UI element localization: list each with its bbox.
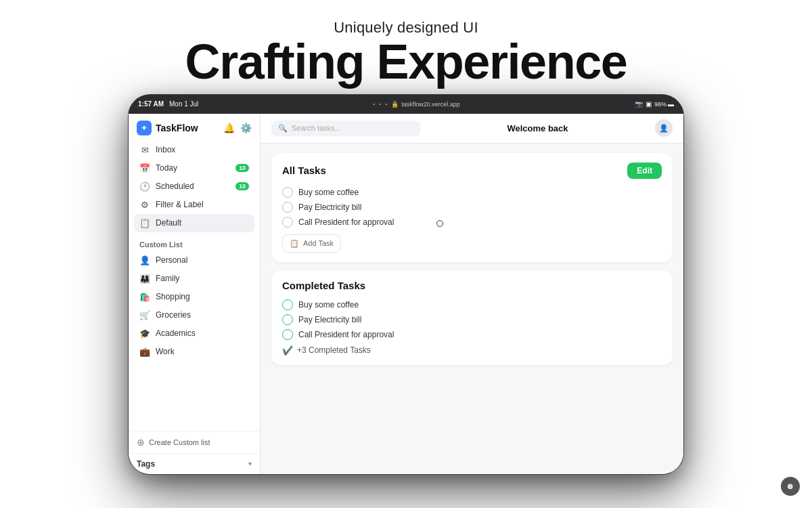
task-item: Buy some coffee bbox=[282, 187, 662, 198]
work-label: Work bbox=[156, 347, 175, 356]
settings-icon[interactable]: ⚙️ bbox=[240, 123, 252, 133]
sidebar-item-today[interactable]: 📅 Today 10 bbox=[134, 159, 254, 177]
task-checkbox[interactable] bbox=[282, 187, 293, 198]
status-bar: 1:57 AM Mon 1 Jul • • • 🔒 taskflow20.ver… bbox=[129, 95, 683, 114]
app-name: TaskFlow bbox=[156, 123, 198, 133]
sidebar-item-academics[interactable]: 🎓 Academics bbox=[134, 324, 254, 343]
sidebar-item-personal[interactable]: 👤 Personal bbox=[134, 251, 254, 270]
academics-icon: 🎓 bbox=[139, 329, 150, 339]
groceries-label: Groceries bbox=[156, 310, 191, 320]
search-box[interactable]: 🔍 Search tasks... bbox=[271, 121, 420, 136]
search-input[interactable]: Search tasks... bbox=[292, 124, 341, 132]
tags-label: Tags bbox=[137, 459, 155, 469]
all-tasks-section: All Tasks Edit Buy some coffee Pay Elect… bbox=[271, 153, 673, 262]
work-icon: 💼 bbox=[139, 347, 150, 357]
tablet-frame: 1:57 AM Mon 1 Jul • • • 🔒 taskflow20.ver… bbox=[129, 95, 683, 474]
all-tasks-list: Buy some coffee Pay Electricity bill Cal… bbox=[282, 187, 662, 228]
inbox-label: Inbox bbox=[156, 145, 175, 154]
shopping-icon: 🛍️ bbox=[139, 292, 150, 302]
task-checkbox[interactable] bbox=[282, 314, 293, 325]
today-label: Today bbox=[156, 163, 177, 173]
default-label: Default bbox=[156, 218, 181, 228]
completed-tasks-list: Buy some coffee Pay Electricity bill Cal… bbox=[282, 299, 662, 340]
status-day: Mon 1 Jul bbox=[169, 100, 198, 108]
tablet-wrapper: 1:57 AM Mon 1 Jul • • • 🔒 taskflow20.ver… bbox=[129, 95, 683, 474]
scheduled-badge: 10 bbox=[235, 182, 249, 190]
all-tasks-header: All Tasks Edit bbox=[282, 163, 662, 179]
task-text: Buy some coffee bbox=[298, 300, 359, 310]
content-area: All Tasks Edit Buy some coffee Pay Elect… bbox=[261, 144, 683, 474]
plus-circle-icon: ⊕ bbox=[137, 437, 145, 448]
filter-icon: ⚙ bbox=[139, 200, 150, 210]
status-url: taskflow20.vercel.app bbox=[401, 101, 460, 108]
completed-tasks-section: Completed Tasks Buy some coffee Pay Elec… bbox=[271, 270, 673, 365]
family-label: Family bbox=[156, 274, 179, 283]
sidebar-item-groceries[interactable]: 🛒 Groceries bbox=[134, 306, 254, 324]
status-time: 1:57 AM bbox=[138, 100, 164, 108]
task-text: Buy some coffee bbox=[298, 188, 359, 197]
task-item: Call President for approval bbox=[282, 217, 662, 228]
inbox-icon: ✉ bbox=[139, 145, 150, 155]
personal-icon: 👤 bbox=[139, 255, 150, 266]
groceries-icon: 🛒 bbox=[139, 310, 150, 320]
sidebar-item-scheduled[interactable]: 🕐 Scheduled 10 bbox=[134, 177, 254, 196]
battery-icon-shape: ▬ bbox=[668, 101, 674, 108]
add-task-label: Add Task bbox=[303, 239, 334, 247]
page-header: Uniquely designed UI Crafting Experience bbox=[185, 0, 627, 88]
sidebar-item-shopping[interactable]: 🛍️ Shopping bbox=[134, 288, 254, 306]
task-checkbox[interactable] bbox=[282, 202, 293, 213]
completed-icon: ✔️ bbox=[282, 345, 293, 356]
url-bar: • • • 🔒 taskflow20.vercel.app bbox=[373, 101, 459, 108]
task-checkbox[interactable] bbox=[282, 299, 293, 310]
all-tasks-title: All Tasks bbox=[282, 165, 326, 176]
page-title: Crafting Experience bbox=[185, 37, 627, 88]
sidebar-header: ✦ TaskFlow 🔔 ⚙️ bbox=[129, 114, 260, 140]
bell-icon[interactable]: 🔔 bbox=[223, 123, 235, 133]
sidebar-item-inbox[interactable]: ✉ Inbox bbox=[134, 141, 254, 159]
chevron-down-icon: ▾ bbox=[248, 460, 252, 467]
lock-icon: 🔒 bbox=[391, 101, 399, 108]
completed-tasks-header: Completed Tasks bbox=[282, 280, 662, 291]
default-icon: 📋 bbox=[139, 218, 150, 228]
task-item: Buy some coffee bbox=[282, 299, 662, 310]
shopping-label: Shopping bbox=[156, 292, 190, 301]
add-task-button[interactable]: 📋 Add Task bbox=[282, 234, 341, 253]
family-icon: 👨‍👩‍👧 bbox=[139, 274, 150, 284]
sidebar-item-family[interactable]: 👨‍👩‍👧 Family bbox=[134, 270, 254, 288]
wifi-icon: ▣ bbox=[646, 100, 652, 108]
sidebar-item-filter[interactable]: ⚙ Filter & Label bbox=[134, 196, 254, 214]
filter-label: Filter & Label bbox=[156, 200, 204, 209]
task-text: Call President for approval bbox=[298, 217, 394, 227]
task-text: Pay Electricity bill bbox=[298, 315, 361, 324]
topbar-title: Welcome back bbox=[428, 123, 647, 133]
custom-list-header: Custom List bbox=[134, 235, 254, 251]
task-text: Pay Electricity bill bbox=[298, 203, 361, 212]
accessibility-icon: ⏺ bbox=[781, 477, 800, 496]
logo-icon: ✦ bbox=[137, 121, 152, 135]
add-task-icon: 📋 bbox=[290, 239, 299, 248]
task-item: Pay Electricity bill bbox=[282, 314, 662, 325]
task-checkbox[interactable] bbox=[282, 217, 293, 228]
edit-button[interactable]: Edit bbox=[627, 163, 662, 179]
search-icon: 🔍 bbox=[278, 124, 288, 133]
task-item: Pay Electricity bill bbox=[282, 202, 662, 213]
battery-indicator: 96% ▬ bbox=[654, 101, 674, 108]
tags-section[interactable]: Tags ▾ bbox=[129, 453, 260, 474]
personal-label: Personal bbox=[156, 255, 187, 265]
user-avatar[interactable]: 👤 bbox=[655, 119, 673, 137]
sidebar-item-default[interactable]: 📋 Default bbox=[134, 214, 254, 232]
today-badge: 10 bbox=[235, 164, 249, 172]
task-text: Call President for approval bbox=[298, 330, 394, 339]
status-icons: 📷 ▣ 96% ▬ bbox=[635, 100, 674, 108]
camera-icon: 📷 bbox=[635, 100, 643, 108]
task-checkbox[interactable] bbox=[282, 329, 293, 340]
scheduled-label: Scheduled bbox=[156, 182, 194, 191]
create-custom-label: Create Custom list bbox=[149, 438, 210, 446]
completed-tasks-title: Completed Tasks bbox=[282, 280, 365, 291]
sidebar: ✦ TaskFlow 🔔 ⚙️ ✉ Inbox 📅 bbox=[129, 114, 261, 474]
create-custom-list-button[interactable]: ⊕ Create Custom list bbox=[129, 431, 260, 453]
task-item: Call President for approval bbox=[282, 329, 662, 340]
main-content: 🔍 Search tasks... Welcome back 👤 All Tas… bbox=[261, 114, 683, 474]
sidebar-item-work[interactable]: 💼 Work bbox=[134, 343, 254, 361]
app-logo: ✦ TaskFlow bbox=[137, 121, 198, 135]
